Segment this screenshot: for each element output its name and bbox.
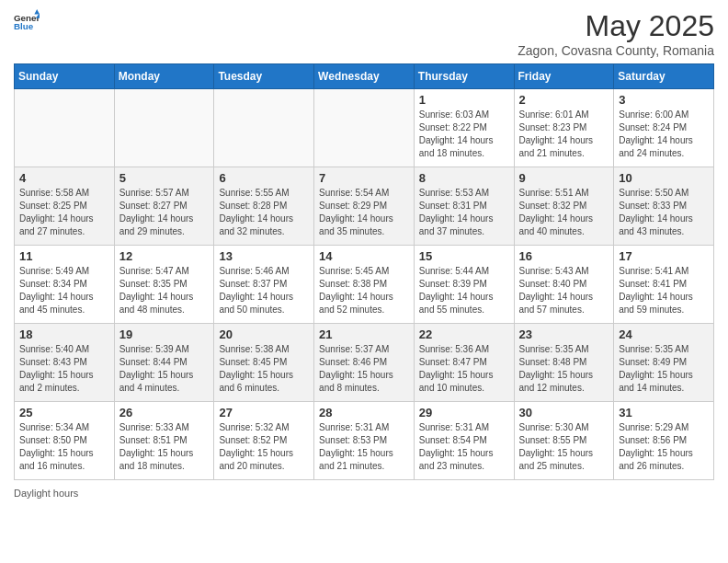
calendar-cell — [214, 89, 314, 167]
day-info: Sunrise: 5:55 AM Sunset: 8:28 PM Dayligh… — [219, 187, 309, 238]
calendar-cell: 23Sunrise: 5:35 AM Sunset: 8:48 PM Dayli… — [514, 324, 614, 402]
calendar-cell: 7Sunrise: 5:54 AM Sunset: 8:29 PM Daylig… — [314, 167, 415, 246]
day-info: Sunrise: 5:41 AM Sunset: 8:41 PM Dayligh… — [619, 265, 709, 316]
col-header-monday: Monday — [114, 64, 214, 89]
calendar-cell: 18Sunrise: 5:40 AM Sunset: 8:43 PM Dayli… — [15, 324, 115, 402]
day-number: 9 — [519, 171, 609, 185]
calendar-cell: 19Sunrise: 5:39 AM Sunset: 8:44 PM Dayli… — [114, 324, 214, 402]
col-header-wednesday: Wednesday — [314, 64, 415, 89]
calendar-cell — [114, 89, 214, 167]
title-block: May 2025 Zagon, Covasna County, Romania — [518, 9, 714, 58]
day-info: Sunrise: 6:01 AM Sunset: 8:23 PM Dayligh… — [519, 109, 609, 160]
calendar-cell: 1Sunrise: 6:03 AM Sunset: 8:22 PM Daylig… — [414, 89, 514, 167]
day-number: 19 — [119, 327, 210, 341]
day-info: Sunrise: 5:44 AM Sunset: 8:39 PM Dayligh… — [419, 265, 509, 316]
day-number: 14 — [319, 249, 409, 263]
calendar-cell: 30Sunrise: 5:30 AM Sunset: 8:55 PM Dayli… — [514, 402, 614, 480]
day-number: 17 — [619, 249, 709, 263]
day-number: 24 — [619, 327, 709, 341]
day-number: 20 — [219, 327, 309, 341]
day-info: Sunrise: 5:33 AM Sunset: 8:51 PM Dayligh… — [119, 421, 210, 473]
calendar-cell: 13Sunrise: 5:46 AM Sunset: 8:37 PM Dayli… — [214, 246, 314, 324]
day-number: 18 — [19, 327, 109, 341]
calendar-cell: 16Sunrise: 5:43 AM Sunset: 8:40 PM Dayli… — [514, 246, 614, 324]
calendar-cell: 14Sunrise: 5:45 AM Sunset: 8:38 PM Dayli… — [314, 246, 415, 324]
week-row-4: 18Sunrise: 5:40 AM Sunset: 8:43 PM Dayli… — [15, 324, 714, 402]
calendar-cell: 21Sunrise: 5:37 AM Sunset: 8:46 PM Dayli… — [314, 324, 415, 402]
day-number: 13 — [219, 249, 309, 263]
day-number: 7 — [319, 171, 409, 185]
week-row-1: 1Sunrise: 6:03 AM Sunset: 8:22 PM Daylig… — [15, 89, 714, 167]
calendar-cell: 2Sunrise: 6:01 AM Sunset: 8:23 PM Daylig… — [514, 89, 614, 167]
calendar-cell: 9Sunrise: 5:51 AM Sunset: 8:32 PM Daylig… — [514, 167, 614, 246]
col-header-saturday: Saturday — [614, 64, 714, 89]
day-number: 16 — [519, 249, 609, 263]
day-number: 15 — [419, 249, 509, 263]
day-info: Sunrise: 5:34 AM Sunset: 8:50 PM Dayligh… — [19, 421, 109, 473]
location-subtitle: Zagon, Covasna County, Romania — [518, 43, 714, 58]
calendar-cell: 24Sunrise: 5:35 AM Sunset: 8:49 PM Dayli… — [614, 324, 714, 402]
day-number: 28 — [319, 406, 409, 419]
calendar-cell: 25Sunrise: 5:34 AM Sunset: 8:50 PM Dayli… — [15, 402, 115, 480]
calendar-cell: 4Sunrise: 5:58 AM Sunset: 8:25 PM Daylig… — [15, 167, 115, 246]
day-info: Sunrise: 5:53 AM Sunset: 8:31 PM Dayligh… — [419, 187, 509, 238]
day-number: 10 — [619, 171, 709, 185]
day-info: Sunrise: 5:31 AM Sunset: 8:53 PM Dayligh… — [319, 421, 409, 473]
daylight-hours-label: Daylight hours — [14, 488, 78, 499]
header-row: SundayMondayTuesdayWednesdayThursdayFrid… — [15, 64, 714, 89]
day-info: Sunrise: 6:00 AM Sunset: 8:24 PM Dayligh… — [619, 109, 709, 160]
day-info: Sunrise: 5:46 AM Sunset: 8:37 PM Dayligh… — [219, 265, 309, 316]
calendar-cell: 15Sunrise: 5:44 AM Sunset: 8:39 PM Dayli… — [414, 246, 514, 324]
day-info: Sunrise: 5:45 AM Sunset: 8:38 PM Dayligh… — [319, 265, 409, 316]
day-number: 29 — [419, 406, 509, 419]
day-info: Sunrise: 5:49 AM Sunset: 8:34 PM Dayligh… — [19, 265, 109, 316]
calendar-cell: 6Sunrise: 5:55 AM Sunset: 8:28 PM Daylig… — [214, 167, 314, 246]
calendar-cell: 20Sunrise: 5:38 AM Sunset: 8:45 PM Dayli… — [214, 324, 314, 402]
day-number: 23 — [519, 327, 609, 341]
calendar-cell: 22Sunrise: 5:36 AM Sunset: 8:47 PM Dayli… — [414, 324, 514, 402]
calendar-table: SundayMondayTuesdayWednesdayThursdayFrid… — [14, 63, 714, 480]
svg-text:Blue: Blue — [14, 21, 34, 31]
svg-marker-2 — [34, 9, 40, 15]
week-row-2: 4Sunrise: 5:58 AM Sunset: 8:25 PM Daylig… — [15, 167, 714, 246]
day-number: 22 — [419, 327, 509, 341]
day-number: 25 — [19, 406, 109, 419]
day-number: 26 — [119, 406, 210, 419]
day-number: 27 — [219, 406, 309, 419]
day-info: Sunrise: 5:31 AM Sunset: 8:54 PM Dayligh… — [419, 421, 509, 473]
day-info: Sunrise: 5:38 AM Sunset: 8:45 PM Dayligh… — [219, 343, 309, 395]
day-number: 12 — [119, 249, 210, 263]
calendar-cell: 10Sunrise: 5:50 AM Sunset: 8:33 PM Dayli… — [614, 167, 714, 246]
calendar-cell: 11Sunrise: 5:49 AM Sunset: 8:34 PM Dayli… — [15, 246, 115, 324]
logo-icon: General Blue — [14, 9, 40, 35]
col-header-thursday: Thursday — [414, 64, 514, 89]
day-number: 5 — [119, 171, 210, 185]
col-header-tuesday: Tuesday — [214, 64, 314, 89]
day-number: 4 — [19, 171, 109, 185]
week-row-3: 11Sunrise: 5:49 AM Sunset: 8:34 PM Dayli… — [15, 246, 714, 324]
page-header: General Blue May 2025 Zagon, Covasna Cou… — [14, 9, 714, 58]
day-info: Sunrise: 6:03 AM Sunset: 8:22 PM Dayligh… — [419, 109, 509, 160]
calendar-cell: 26Sunrise: 5:33 AM Sunset: 8:51 PM Dayli… — [114, 402, 214, 480]
calendar-cell: 17Sunrise: 5:41 AM Sunset: 8:41 PM Dayli… — [614, 246, 714, 324]
day-number: 1 — [419, 93, 509, 107]
calendar-cell: 12Sunrise: 5:47 AM Sunset: 8:35 PM Dayli… — [114, 246, 214, 324]
day-info: Sunrise: 5:29 AM Sunset: 8:56 PM Dayligh… — [619, 421, 709, 473]
day-info: Sunrise: 5:39 AM Sunset: 8:44 PM Dayligh… — [119, 343, 210, 395]
calendar-cell — [314, 89, 415, 167]
day-number: 11 — [19, 249, 109, 263]
day-info: Sunrise: 5:35 AM Sunset: 8:49 PM Dayligh… — [619, 343, 709, 395]
calendar-cell: 29Sunrise: 5:31 AM Sunset: 8:54 PM Dayli… — [414, 402, 514, 480]
calendar-cell: 5Sunrise: 5:57 AM Sunset: 8:27 PM Daylig… — [114, 167, 214, 246]
day-info: Sunrise: 5:47 AM Sunset: 8:35 PM Dayligh… — [119, 265, 210, 316]
day-number: 6 — [219, 171, 309, 185]
col-header-sunday: Sunday — [15, 64, 115, 89]
calendar-cell: 3Sunrise: 6:00 AM Sunset: 8:24 PM Daylig… — [614, 89, 714, 167]
day-number: 21 — [319, 327, 409, 341]
calendar-cell: 31Sunrise: 5:29 AM Sunset: 8:56 PM Dayli… — [614, 402, 714, 480]
day-number: 8 — [419, 171, 509, 185]
day-info: Sunrise: 5:35 AM Sunset: 8:48 PM Dayligh… — [519, 343, 609, 395]
day-info: Sunrise: 5:54 AM Sunset: 8:29 PM Dayligh… — [319, 187, 409, 238]
day-info: Sunrise: 5:30 AM Sunset: 8:55 PM Dayligh… — [519, 421, 609, 473]
month-year-title: May 2025 — [518, 9, 714, 43]
